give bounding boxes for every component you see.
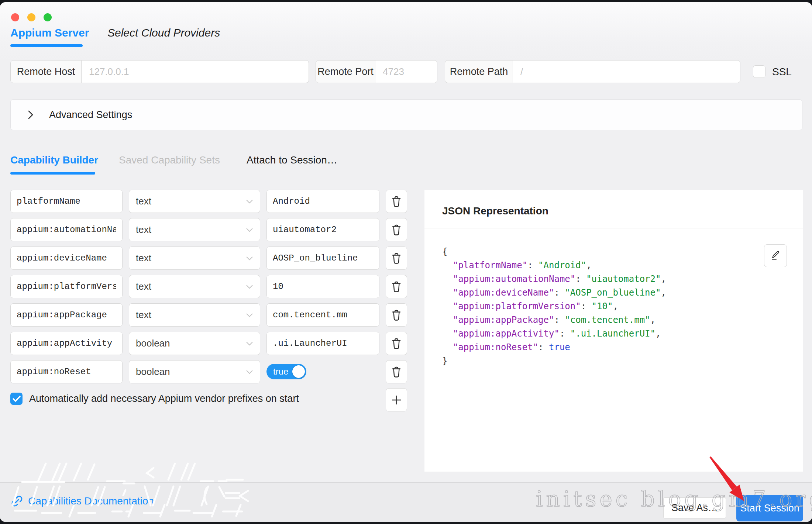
capability-grid: texttexttexttexttextbooleanbooleantrue	[10, 190, 407, 383]
toggle-value-label: true	[273, 366, 288, 377]
active-tab-underline	[10, 44, 83, 47]
trash-icon	[391, 309, 402, 321]
capability-type-select[interactable]: text	[129, 190, 260, 213]
json-panel: JSON Representation { "platformName": "A…	[424, 190, 803, 472]
capability-value-input[interactable]	[266, 218, 379, 241]
tab-appium-server[interactable]: Appium Server	[10, 27, 89, 39]
delete-capability-button[interactable]	[386, 275, 407, 298]
remote-port-input[interactable]	[375, 60, 437, 83]
active-builder-tab-underline	[10, 172, 95, 175]
tab-capability-builder[interactable]: Capability Builder	[10, 154, 98, 166]
json-code: { "platformName": "Android", "appium:aut…	[442, 245, 666, 368]
plus-icon	[391, 394, 402, 406]
remote-port-label: Remote Port	[316, 60, 375, 83]
minimize-window-icon[interactable]	[27, 13, 35, 21]
maximize-window-icon[interactable]	[44, 13, 52, 21]
chevron-down-icon	[246, 256, 253, 261]
start-session-button[interactable]: Start Session	[736, 495, 803, 521]
trash-icon	[391, 366, 402, 378]
chevron-down-icon	[246, 370, 253, 374]
add-capability-button[interactable]	[386, 388, 407, 411]
remote-host-input[interactable]	[82, 60, 309, 83]
capabilities-documentation-label: Capabilities Documentation	[28, 495, 154, 507]
capability-boolean-toggle[interactable]: true	[266, 364, 306, 379]
capability-type-select[interactable]: text	[129, 303, 260, 327]
capability-value-input[interactable]	[266, 275, 379, 298]
auto-prefix-checkbox[interactable]	[10, 393, 23, 405]
capability-name-input[interactable]	[10, 275, 123, 298]
capabilities-documentation-link[interactable]: Capabilities Documentation	[10, 494, 154, 508]
capability-type-select[interactable]: text	[129, 218, 260, 241]
capability-type-value: text	[136, 196, 151, 207]
check-icon	[13, 396, 21, 402]
divider	[424, 228, 803, 228]
trash-icon	[391, 224, 402, 236]
auto-prefix-label: Automatically add necessary Appium vendo…	[29, 393, 299, 404]
capability-name-input[interactable]	[10, 218, 123, 241]
footer: Capabilities Documentation Save As… Star…	[0, 482, 812, 522]
tab-select-cloud-providers[interactable]: Select Cloud Providers	[107, 27, 220, 39]
delete-capability-button[interactable]	[386, 190, 407, 213]
chevron-down-icon	[246, 313, 253, 317]
delete-capability-button[interactable]	[386, 218, 407, 241]
capability-value-input[interactable]	[266, 247, 379, 270]
json-panel-title: JSON Representation	[442, 205, 548, 217]
trash-icon	[391, 280, 402, 293]
capability-value-input[interactable]	[266, 303, 379, 327]
ssl-label: SSL	[772, 66, 792, 78]
remote-path-label: Remote Path	[445, 60, 513, 83]
capability-value-input[interactable]	[266, 332, 379, 355]
pencil-icon	[770, 250, 781, 262]
auto-prefix-row: Automatically add necessary Appium vendo…	[10, 393, 299, 405]
capability-value-cell: true	[266, 360, 379, 383]
chevron-down-icon	[246, 199, 253, 204]
remote-path-input[interactable]	[513, 60, 740, 83]
tab-attach-to-session[interactable]: Attach to Session…	[247, 154, 337, 166]
capability-type-select[interactable]: boolean	[129, 332, 260, 355]
capability-name-input[interactable]	[10, 303, 123, 327]
advanced-settings-panel[interactable]: Advanced Settings	[10, 99, 802, 130]
delete-capability-button[interactable]	[386, 332, 407, 355]
link-icon	[10, 494, 24, 508]
capability-type-select[interactable]: text	[129, 275, 260, 298]
capability-type-value: text	[136, 309, 151, 321]
capability-name-input[interactable]	[10, 247, 123, 270]
capability-type-value: text	[136, 224, 151, 235]
capability-type-value: boolean	[136, 366, 170, 378]
app-window: Appium Server Select Cloud Providers Rem…	[0, 2, 812, 522]
chevron-down-icon	[246, 285, 253, 289]
delete-capability-button[interactable]	[386, 303, 407, 327]
capability-type-value: text	[136, 281, 151, 292]
chevron-down-icon	[246, 341, 253, 346]
capability-value-input[interactable]	[266, 190, 379, 213]
delete-capability-button[interactable]	[386, 360, 407, 383]
capability-type-value: text	[136, 252, 151, 264]
ssl-checkbox[interactable]	[753, 65, 765, 78]
tab-saved-capability-sets[interactable]: Saved Capability Sets	[119, 154, 220, 166]
trash-icon	[391, 252, 402, 265]
remote-host-group: Remote Host	[10, 60, 309, 83]
capability-name-input[interactable]	[10, 360, 123, 383]
chevron-down-icon	[246, 228, 253, 232]
toggle-knob-icon	[292, 365, 305, 378]
capability-name-input[interactable]	[10, 190, 123, 213]
chevron-right-icon	[27, 109, 34, 120]
remote-port-group: Remote Port	[316, 60, 437, 83]
trash-icon	[391, 337, 402, 350]
advanced-settings-label: Advanced Settings	[49, 109, 132, 121]
delete-capability-button[interactable]	[386, 247, 407, 270]
capability-name-input[interactable]	[10, 332, 123, 355]
remote-host-label: Remote Host	[10, 60, 82, 83]
edit-json-button[interactable]	[764, 244, 787, 267]
close-window-icon[interactable]	[11, 13, 19, 21]
capability-type-select[interactable]: text	[129, 247, 260, 270]
trash-icon	[391, 195, 402, 208]
save-as-button[interactable]: Save As…	[663, 497, 726, 518]
remote-path-group: Remote Path	[445, 60, 740, 83]
capability-type-value: boolean	[136, 338, 170, 349]
capability-type-select[interactable]: boolean	[129, 360, 260, 383]
